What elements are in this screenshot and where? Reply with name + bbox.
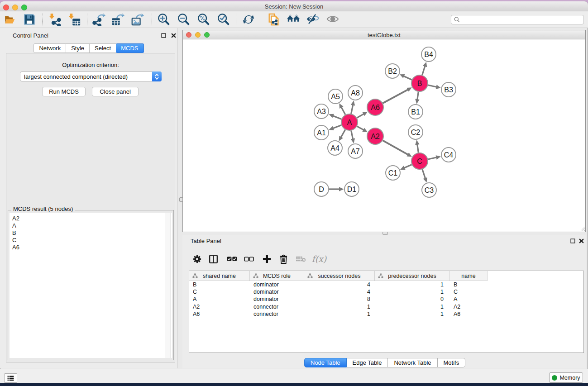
mcds-result-item[interactable]: C [12,237,172,244]
table-cell[interactable]: dominator [250,288,304,295]
mcds-result-item[interactable]: B [12,229,172,237]
graph-node-A2[interactable]: A2 [367,128,383,144]
table-cell[interactable]: dominator [250,295,304,303]
result-list-scrollbar[interactable] [165,213,171,358]
table-cell[interactable]: 1 [304,303,375,310]
tab-network[interactable]: Network [33,43,66,53]
table-cell[interactable]: B [189,281,250,288]
graph-node-B2[interactable]: B2 [385,64,400,78]
graph-node-A7[interactable]: A7 [348,144,363,158]
graph-node-A8[interactable]: A8 [348,86,363,100]
graph-node-B4[interactable]: B4 [421,47,436,62]
bottom-split-handle[interactable] [382,232,388,235]
table-cell[interactable]: 4 [304,281,375,288]
table-cell[interactable]: A6 [189,310,250,318]
graph-node-A5[interactable]: A5 [328,89,343,104]
table-options-gear-icon[interactable] [190,252,204,266]
graph-node-A6[interactable]: A6 [367,99,383,115]
table-row-A2[interactable]: A2connector11A2 [189,303,583,310]
left-split-handle[interactable] [179,197,183,202]
graph-edge-A-A7[interactable] [351,131,355,143]
zoom-selected-icon[interactable] [217,13,230,26]
graph-edge-A-A3[interactable] [329,114,341,119]
graph-node-B3[interactable]: B3 [441,82,456,97]
zoom-in-icon[interactable] [157,13,171,26]
table-panel-close-icon[interactable] [578,238,584,244]
control-panel-close-icon[interactable] [170,32,177,38]
tab-motifs[interactable]: Motifs [438,358,466,367]
graph-edge-D-D1[interactable] [329,187,344,191]
mcds-result-item[interactable]: A [12,222,172,229]
table-cell[interactable]: dominator [250,281,304,288]
column-header-shared-name[interactable]: shared name [189,271,250,281]
column-header-mcds-role[interactable]: MCDS role [250,271,304,281]
import-table-icon[interactable] [67,13,81,26]
memory-button[interactable]: Memory [549,372,583,383]
graph-node-A4[interactable]: A4 [328,141,342,155]
search-input[interactable] [462,16,583,24]
graph-edge-B-B1[interactable] [415,92,420,104]
graph-node-B[interactable]: B [411,75,428,91]
tab-select[interactable]: Select [90,43,116,53]
table-row-B[interactable]: Bdominator41B [189,281,583,288]
tab-mcds[interactable]: MCDS [116,43,143,53]
import-network-icon[interactable] [48,13,62,26]
tab-network-table[interactable]: Network Table [388,358,437,367]
table-cell[interactable]: A2 [450,303,488,310]
table-cell[interactable]: 0 [375,295,450,303]
table-cell[interactable]: 8 [304,295,375,303]
resize-grip-icon[interactable] [579,225,585,231]
graph-edge-C-C3[interactable] [422,169,427,182]
overview-icon[interactable] [287,13,300,26]
control-panel-float-icon[interactable] [160,32,167,38]
export-network-icon[interactable] [92,13,105,26]
graph-node-A3[interactable]: A3 [314,104,329,119]
table-cell[interactable]: B [450,281,488,288]
graph-edge-B-B4[interactable] [422,62,427,75]
graph-node-A1[interactable]: A1 [314,125,329,140]
hide-all-columns-icon[interactable] [242,252,256,266]
table-cell[interactable]: A [189,295,250,303]
close-panel-button[interactable]: Close panel [92,87,139,96]
graph-node-C2[interactable]: C2 [408,125,423,139]
apply-layout-icon[interactable] [242,13,255,26]
table-cell[interactable]: connector [250,310,304,318]
zoom-fit-icon[interactable] [197,13,210,26]
graph-node-C[interactable]: C [411,153,428,169]
hide-panel-eye-icon[interactable] [306,13,320,26]
show-all-columns-icon[interactable] [225,252,239,266]
delete-table-icon[interactable] [294,252,307,266]
graph-node-A[interactable]: A [341,114,358,130]
table-cell[interactable]: 1 [375,310,450,318]
table-row-A[interactable]: Adominator80A [189,295,583,303]
table-panel-float-icon[interactable] [569,238,576,244]
save-session-icon[interactable] [23,13,36,26]
tab-edge-table[interactable]: Edge Table [347,358,388,367]
graph-node-C4[interactable]: C4 [441,148,456,162]
add-column-plus-icon[interactable] [260,252,273,266]
export-image-icon[interactable] [130,13,144,26]
task-history-button[interactable] [4,373,17,383]
graph-edge-A2-C[interactable] [383,140,412,157]
export-table-icon[interactable] [111,13,124,26]
graph-edge-A-A5[interactable] [339,103,345,114]
graph-node-D1[interactable]: D1 [344,182,359,196]
graph-edge-B-B2[interactable] [400,74,412,80]
table-cell[interactable]: C [450,288,488,295]
graph-node-D[interactable]: D [314,182,329,196]
table-cell[interactable]: 4 [304,288,375,295]
delete-column-trash-icon[interactable] [277,252,290,266]
split-view-icon[interactable] [206,252,220,266]
mcds-result-item[interactable]: A6 [12,244,172,251]
graph-edge-B-B3[interactable] [428,85,441,89]
tab-node-table[interactable]: Node Table [304,358,347,367]
column-header-name[interactable]: name [450,271,488,281]
function-builder-icon[interactable]: f(x) [311,252,327,266]
graph-edge-C-C1[interactable] [400,165,412,170]
graph-edge-C-C4[interactable] [428,155,441,159]
mcds-result-item[interactable]: A2 [12,215,172,222]
table-cell[interactable]: connector [250,303,304,310]
table-cell[interactable]: A6 [450,310,488,318]
column-header-predecessor-nodes[interactable]: predecessor nodes [375,271,450,281]
criterion-dropdown[interactable]: largest connected component (directed) [20,71,162,81]
